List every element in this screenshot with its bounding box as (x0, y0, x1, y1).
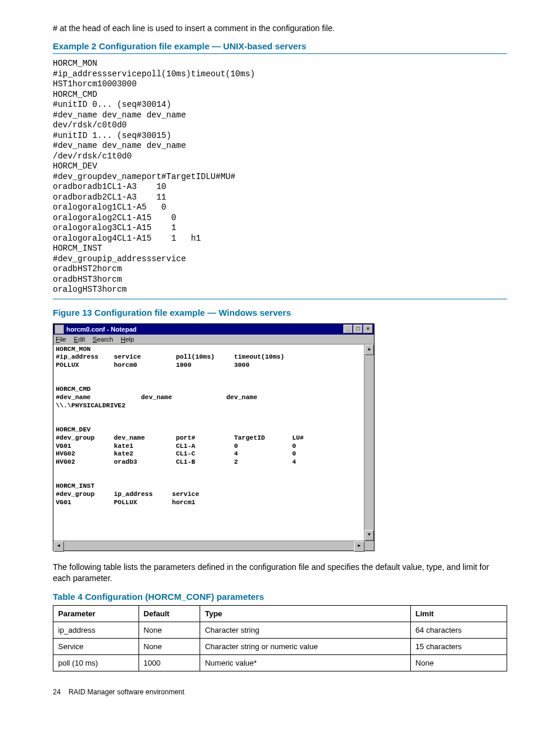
cell: None (139, 638, 200, 654)
notepad-icon (55, 325, 64, 334)
header-default: Default (139, 605, 200, 622)
intro-text: # at the head of each line is used to in… (53, 23, 507, 33)
header-limit: Limit (410, 605, 507, 622)
scroll-left-button[interactable]: ◄ (53, 541, 64, 552)
cell: None (139, 622, 200, 638)
example2-code: HORCM_MON #ip_addressservicepoll(10ms)ti… (53, 59, 507, 295)
scroll-up-button[interactable]: ▲ (365, 345, 374, 355)
scroll-down-button[interactable]: ▼ (365, 530, 374, 541)
divider (53, 299, 507, 299)
table-row: ip_address None Character string 64 char… (53, 622, 507, 638)
cell: ip_address (53, 622, 139, 638)
table4-heading: Table 4 Configuration (HORCM_CONF) param… (53, 592, 507, 602)
footer-section: RAID Manager software environment (69, 688, 184, 696)
cell: 1000 (139, 654, 200, 671)
cell: poll (10 ms) (53, 654, 139, 671)
close-button[interactable]: × (363, 325, 373, 333)
notepad-content[interactable]: HORCM_MON #ip_address service poll(10ms)… (53, 345, 364, 541)
page-footer: 24 RAID Manager software environment (53, 688, 507, 696)
table-intro-text: The following table lists the parameters… (53, 562, 507, 585)
figure13-screenshot: horcm0.conf - Notepad _ □ × File Edit Se… (53, 323, 507, 551)
cell: Service (53, 638, 139, 654)
scroll-right-button[interactable]: ► (354, 541, 365, 552)
divider (53, 53, 507, 54)
cell: Numeric value* (200, 654, 411, 671)
figure13-heading: Figure 13 Configuration file example — W… (53, 308, 507, 318)
cell: Character string (200, 622, 411, 638)
table-row: poll (10 ms) 1000 Numeric value* None (53, 654, 507, 671)
cell: Character string or numeric value (200, 638, 411, 654)
table-header-row: Parameter Default Type Limit (53, 605, 507, 622)
cell: None (410, 654, 507, 671)
maximize-button[interactable]: □ (353, 325, 363, 333)
notepad-window: horcm0.conf - Notepad _ □ × File Edit Se… (53, 323, 375, 551)
window-controls: _ □ × (343, 325, 373, 333)
header-parameter: Parameter (53, 605, 139, 622)
menu-search[interactable]: Search (93, 336, 113, 343)
vertical-scrollbar[interactable]: ▲ ▼ (364, 345, 374, 541)
page-number: 24 (53, 688, 60, 696)
table4: Parameter Default Type Limit ip_address … (53, 605, 507, 671)
cell: 64 characters (410, 622, 507, 638)
horizontal-scrollbar[interactable]: ◄ ► (53, 541, 374, 551)
cell: 15 characters (410, 638, 507, 654)
example2-heading: Example 2 Configuration file example — U… (53, 41, 507, 51)
notepad-title: horcm0.conf - Notepad (66, 326, 137, 333)
menu-edit[interactable]: Edit (74, 336, 85, 343)
resize-grip[interactable] (365, 541, 374, 551)
menu-help[interactable]: Help (121, 336, 134, 343)
notepad-titlebar: horcm0.conf - Notepad _ □ × (53, 324, 374, 335)
minimize-button[interactable]: _ (343, 325, 353, 333)
header-type: Type (200, 605, 411, 622)
notepad-menubar: File Edit Search Help (53, 335, 374, 345)
table-row: Service None Character string or numeric… (53, 638, 507, 654)
menu-file[interactable]: File (56, 336, 66, 343)
